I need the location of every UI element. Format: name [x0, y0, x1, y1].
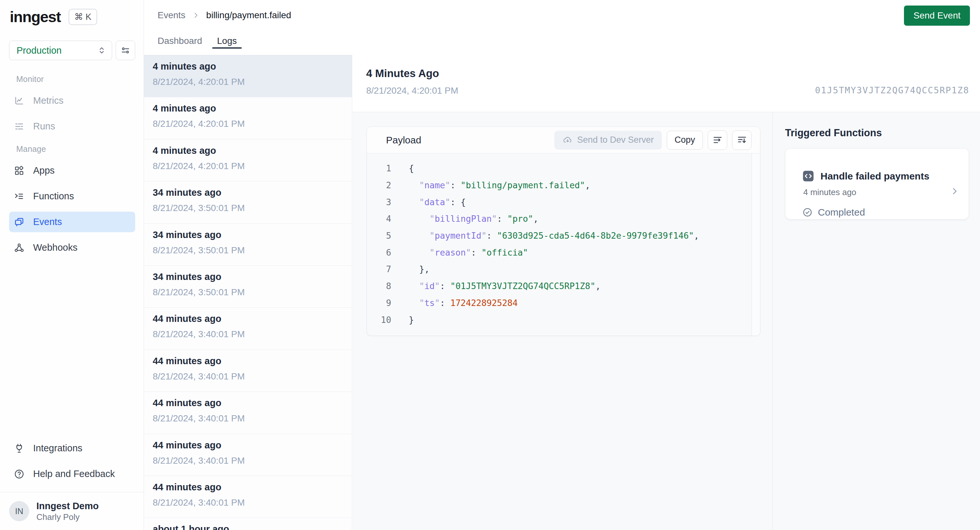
- event-list-item[interactable]: 44 minutes ago8/21/2024, 3:40:01 PM: [144, 392, 352, 434]
- event-list-item[interactable]: 44 minutes ago8/21/2024, 3:40:01 PM: [144, 350, 352, 392]
- nav-section: MonitorMetricsRuns: [9, 74, 135, 137]
- breadcrumb-chevron-icon: [192, 11, 200, 19]
- sidebar-item-help-and-feedback[interactable]: Help and Feedback: [9, 464, 135, 484]
- event-timestamp: 8/21/2024, 4:20:01 PM: [153, 118, 343, 129]
- function-title-row: Handle failed payments: [802, 170, 929, 182]
- code-function-icon: [802, 170, 814, 182]
- event-timestamp: 8/21/2024, 3:40:01 PM: [153, 497, 343, 508]
- code-line: 3 "data": {: [367, 193, 760, 211]
- event-list-item[interactable]: 34 minutes ago8/21/2024, 3:50:01 PM: [144, 266, 352, 308]
- tab-bar: DashboardLogs: [153, 33, 242, 49]
- line-number: 3: [367, 197, 391, 207]
- breadcrumb-events-link[interactable]: Events: [158, 10, 186, 21]
- event-id: 01J5TMY3VJTZ2QG74QCC5RP1Z8: [815, 85, 969, 95]
- tab-logs[interactable]: Logs: [212, 33, 242, 49]
- line-number: 8: [367, 281, 391, 291]
- user-menu[interactable]: IN Inngest Demo Charly Poly: [9, 500, 135, 522]
- event-relative-time: 44 minutes ago: [153, 355, 343, 366]
- sliders-icon: [120, 45, 130, 56]
- scroll-to-bottom-button[interactable]: [732, 130, 752, 150]
- triggered-function-card[interactable]: Handle failed payments 4 minutes ago Com…: [785, 148, 969, 219]
- event-relative-time: 34 minutes ago: [153, 229, 343, 240]
- line-number: 2: [367, 180, 391, 190]
- tab-dashboard[interactable]: Dashboard: [153, 33, 207, 49]
- code-line-text: "paymentId": "6303d925-cda5-4d64-8b2e-99…: [409, 230, 699, 241]
- inngest-app: inngest ⌘ K Production MonitorMetricsRun…: [0, 0, 980, 530]
- sidebar-item-functions[interactable]: Functions: [9, 186, 135, 206]
- event-list-item[interactable]: about 1 hour ago: [144, 518, 352, 530]
- help-icon: [14, 469, 25, 480]
- code-line: 1{: [367, 160, 760, 177]
- copy-button[interactable]: Copy: [667, 131, 703, 150]
- sidebar-item-metrics[interactable]: Metrics: [9, 90, 135, 111]
- event-timestamp: 8/21/2024, 3:40:01 PM: [153, 329, 343, 340]
- sidebar-item-label: Events: [33, 217, 62, 227]
- sidebar-footer-divider: [0, 492, 144, 492]
- code-line-text: "id": "01J5TMY3VJTZ2QG74QCC5RP1Z8",: [409, 281, 600, 291]
- sidebar-nav: MonitorMetricsRunsManageAppsFunctionsEve…: [9, 74, 135, 263]
- event-list-item[interactable]: 4 minutes ago8/21/2024, 4:20:01 PM: [144, 97, 352, 139]
- function-run-time: 4 minutes ago: [803, 187, 856, 197]
- user-name: Charly Poly: [37, 512, 99, 522]
- code-line: 2 "name": "billing/payment.failed",: [367, 177, 760, 194]
- event-list-item[interactable]: 44 minutes ago8/21/2024, 3:40:01 PM: [144, 308, 352, 350]
- check-circle-icon: [802, 207, 813, 217]
- sidebar-item-label: Webhooks: [33, 242, 78, 253]
- word-wrap-button[interactable]: [708, 130, 727, 150]
- plug-icon: [14, 443, 25, 454]
- inngest-logo[interactable]: inngest: [10, 8, 61, 26]
- send-event-button[interactable]: Send Event: [904, 6, 970, 26]
- line-number: 5: [367, 230, 391, 241]
- event-relative-time: 44 minutes ago: [153, 482, 343, 493]
- nav-section-label: Monitor: [16, 74, 135, 84]
- environment-settings-button[interactable]: [116, 41, 135, 60]
- code-line-text: "data": {: [409, 197, 466, 207]
- line-number: 7: [367, 264, 391, 274]
- event-log-list: 4 minutes ago8/21/2024, 4:20:01 PM4 minu…: [144, 55, 352, 530]
- webhooks-icon: [14, 242, 25, 253]
- sidebar-item-runs[interactable]: Runs: [9, 116, 135, 137]
- event-detail-header: 4 Minutes Ago 8/21/2024, 4:20:01 PM 01J5…: [353, 55, 980, 112]
- event-timestamp: 8/21/2024, 3:50:01 PM: [153, 245, 343, 256]
- event-relative-time: 44 minutes ago: [153, 398, 343, 409]
- event-list-item[interactable]: 34 minutes ago8/21/2024, 3:50:01 PM: [144, 182, 352, 223]
- select-chevrons-icon: [97, 46, 107, 55]
- event-list-item[interactable]: 44 minutes ago8/21/2024, 3:40:01 PM: [144, 476, 352, 518]
- topbar: Events billing/payment.failed DashboardL…: [144, 0, 980, 55]
- event-timestamp: 8/21/2024, 3:50:01 PM: [153, 203, 343, 214]
- event-relative-time: 44 minutes ago: [153, 313, 343, 324]
- sidebar-item-integrations[interactable]: Integrations: [9, 438, 135, 458]
- runs-icon: [14, 121, 25, 132]
- sidebar-item-label: Apps: [33, 165, 54, 176]
- sidebar-item-webhooks[interactable]: Webhooks: [9, 237, 135, 258]
- event-timestamp: 8/21/2024, 3:50:01 PM: [153, 287, 343, 298]
- avatar: IN: [9, 501, 29, 521]
- event-list-item[interactable]: 4 minutes ago8/21/2024, 4:20:01 PM: [144, 55, 352, 97]
- code-line-text: "reason": "officia": [409, 247, 528, 257]
- code-scrollbar[interactable]: [752, 153, 760, 336]
- sidebar-item-events[interactable]: Events: [9, 212, 135, 232]
- user-org: Inngest Demo: [37, 500, 99, 512]
- event-timestamp: 8/21/2024, 4:20:01 PM: [153, 161, 343, 172]
- code-line-text: },: [409, 264, 430, 274]
- sidebar-item-label: Functions: [33, 191, 74, 201]
- command-palette-shortcut[interactable]: ⌘ K: [68, 9, 97, 25]
- event-relative-time: 34 minutes ago: [153, 187, 343, 198]
- sidebar-item-apps[interactable]: Apps: [9, 160, 135, 181]
- environment-select[interactable]: Production: [9, 41, 112, 60]
- send-to-dev-server-button[interactable]: Send to Dev Server: [554, 131, 662, 150]
- event-list-item[interactable]: 34 minutes ago8/21/2024, 3:50:01 PM: [144, 224, 352, 266]
- line-number: 6: [367, 247, 391, 257]
- event-list-item[interactable]: 44 minutes ago8/21/2024, 3:40:01 PM: [144, 434, 352, 476]
- sidebar-item-label: Integrations: [33, 443, 83, 453]
- event-list-item[interactable]: 4 minutes ago8/21/2024, 4:20:01 PM: [144, 139, 352, 182]
- functions-icon: [14, 191, 25, 202]
- event-relative-time: about 1 hour ago: [153, 524, 343, 530]
- user-info: Inngest Demo Charly Poly: [37, 500, 99, 522]
- apps-icon: [14, 165, 25, 176]
- code-line-text: "billingPlan": "pro",: [409, 214, 538, 224]
- code-line: 10}: [367, 311, 760, 328]
- panel-divider: [772, 112, 773, 530]
- breadcrumb-current: billing/payment.failed: [206, 10, 291, 21]
- payload-code-editor: 1{2 "name": "billing/payment.failed",3 "…: [367, 153, 760, 336]
